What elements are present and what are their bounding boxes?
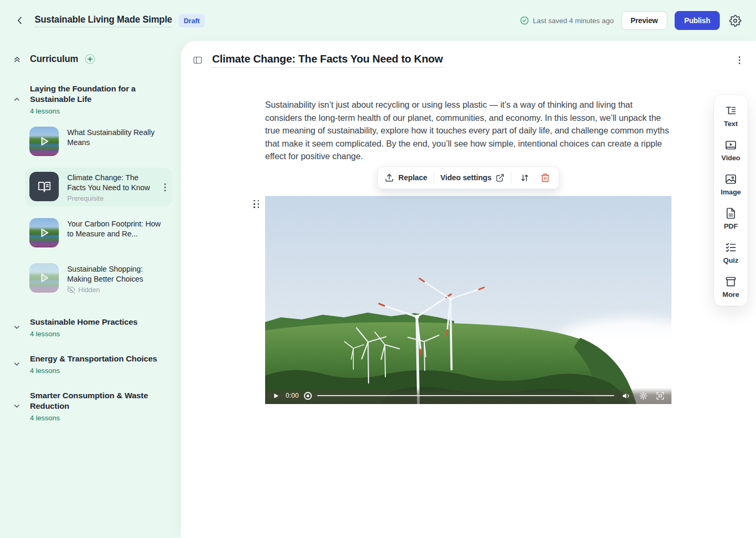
curriculum-title: Curriculum <box>30 54 78 65</box>
play-button[interactable] <box>271 391 280 400</box>
section-header[interactable]: Smarter Consumption & Waste Reduction 4 … <box>13 390 173 422</box>
publish-button[interactable]: Publish <box>675 11 720 30</box>
lesson-meta: Prerequisite <box>67 194 154 202</box>
video-block: 0:00 <box>265 196 671 404</box>
section-title: Smarter Consumption & Waste Reduction <box>30 390 173 411</box>
collapse-all-button[interactable] <box>13 55 22 64</box>
curriculum-section: Smarter Consumption & Waste Reduction 4 … <box>13 390 173 422</box>
curriculum-section: Laying the Foundation for a Sustainable … <box>13 84 173 298</box>
insert-text-button[interactable]: Text <box>724 105 738 128</box>
insert-video-button[interactable]: Video <box>721 139 740 162</box>
replace-video-button[interactable]: Replace <box>384 172 427 184</box>
insert-block-toolbar: Text Video Image PDF Quiz More <box>714 95 748 306</box>
pdf-block-icon <box>724 207 737 220</box>
fullscreen-button[interactable] <box>655 391 665 401</box>
replace-label: Replace <box>398 173 427 182</box>
settings-button[interactable] <box>727 13 743 29</box>
image-block-icon <box>724 173 737 185</box>
lesson-title: Your Carbon Footprint: How to Measure an… <box>67 219 168 239</box>
play-icon <box>29 263 59 293</box>
lesson-item[interactable]: Your Carbon Footprint: How to Measure an… <box>25 214 172 252</box>
drag-handle[interactable] <box>253 199 261 209</box>
book-open-icon <box>37 180 51 194</box>
insert-label: Quiz <box>723 256 739 264</box>
back-button[interactable] <box>13 13 27 28</box>
move-block-button[interactable] <box>518 171 532 185</box>
lesson-video-thumbnail <box>29 127 59 156</box>
save-status-text: Last saved 4 minutes ago <box>533 17 614 25</box>
curriculum-section: Sustainable Home Practices 4 lessons <box>13 317 173 338</box>
preview-button[interactable]: Preview <box>621 11 667 30</box>
section-title: Laying the Foundation for a Sustainable … <box>30 84 173 105</box>
lesson-page-menu-button[interactable] <box>737 53 742 67</box>
video-poster-wind-turbines <box>265 196 671 404</box>
gear-icon <box>729 15 741 27</box>
video-scrubber-handle[interactable] <box>304 392 312 400</box>
delete-block-button[interactable] <box>538 171 552 185</box>
lesson-editor-header: Climate Change: The Facts You Need to Kn… <box>181 41 756 68</box>
trash-icon <box>540 173 550 183</box>
section-title: Energy & Transportation Choices <box>30 354 173 364</box>
video-progress-track[interactable] <box>317 395 614 396</box>
upload-icon <box>384 173 394 183</box>
video-settings-gear-button[interactable] <box>638 391 648 401</box>
lesson-video-thumbnail <box>29 218 59 247</box>
insert-pdf-button[interactable]: PDF <box>724 207 738 230</box>
lesson-content: Sustainability isn’t just about recyclin… <box>265 98 671 404</box>
section-lesson-count: 4 lessons <box>30 330 173 338</box>
course-title[interactable]: Sustainable Living Made Simple <box>35 14 172 27</box>
lesson-item[interactable]: What Sustainability Really Means <box>25 122 172 160</box>
insert-label: More <box>722 291 739 298</box>
external-link-icon <box>496 173 505 182</box>
section-lesson-count: 4 lessons <box>30 107 173 115</box>
insert-label: PDF <box>724 222 738 230</box>
insert-label: Text <box>724 120 738 128</box>
lesson-item-selected[interactable]: Climate Change: The Facts You Need to Kn… <box>25 168 172 206</box>
insert-label: Image <box>721 188 741 196</box>
lesson-meta: Hidden <box>67 286 168 294</box>
section-title: Sustainable Home Practices <box>30 317 173 327</box>
video-player[interactable]: 0:00 <box>265 196 671 404</box>
insert-label: Video <box>721 154 740 162</box>
lesson-title: Sustainable Shopping: Making Better Choi… <box>67 264 168 284</box>
toolbar-divider <box>434 172 434 183</box>
chevrons-up-icon <box>13 55 22 64</box>
lesson-menu-button[interactable] <box>162 180 168 194</box>
lesson-meta-text: Hidden <box>78 286 100 294</box>
lesson-item-hidden[interactable]: Sustainable Shopping: Making Better Choi… <box>25 259 172 298</box>
text-block-icon <box>724 105 737 117</box>
section-header[interactable]: Sustainable Home Practices 4 lessons <box>13 317 173 338</box>
add-curriculum-button[interactable] <box>85 54 96 65</box>
video-block-toolbar: Replace Video settings <box>377 167 559 189</box>
toggle-sidebar-button[interactable] <box>191 53 205 67</box>
chevron-down-icon <box>13 402 30 410</box>
volume-button[interactable] <box>622 391 632 401</box>
insert-image-button[interactable]: Image <box>721 173 741 196</box>
video-settings-label: Video settings <box>440 173 491 182</box>
section-header[interactable]: Laying the Foundation for a Sustainable … <box>13 84 173 115</box>
save-status: Last saved 4 minutes ago <box>520 16 614 25</box>
topbar: Sustainable Living Made Simple Draft Las… <box>0 0 756 41</box>
lesson-title: What Sustainability Really Means <box>67 128 168 147</box>
curriculum-sidebar: Curriculum Laying the Foundation for a S… <box>0 41 181 538</box>
section-header[interactable]: Energy & Transportation Choices 4 lesson… <box>13 354 173 375</box>
lesson-title: Climate Change: The Facts You Need to Kn… <box>67 173 154 192</box>
curriculum-header: Curriculum <box>13 54 173 65</box>
video-controls-right <box>622 391 665 401</box>
section-lesson-count: 4 lessons <box>30 367 173 375</box>
eye-off-icon <box>67 286 75 294</box>
arrows-up-down-icon <box>520 173 530 183</box>
insert-quiz-button[interactable]: Quiz <box>723 241 739 264</box>
chevron-left-icon <box>15 15 25 26</box>
curriculum-section: Energy & Transportation Choices 4 lesson… <box>13 354 173 375</box>
insert-more-button[interactable]: More <box>722 275 739 298</box>
check-circle-icon <box>520 16 529 25</box>
section-lesson-count: 4 lessons <box>30 414 173 422</box>
play-icon <box>29 127 59 156</box>
video-settings-button[interactable]: Video settings <box>440 172 505 183</box>
lesson-paragraph[interactable]: Sustainability isn’t just about recyclin… <box>265 98 671 163</box>
status-badge: Draft <box>178 14 205 27</box>
lesson-page-title[interactable]: Climate Change: The Facts You Need to Kn… <box>212 53 443 68</box>
play-icon <box>29 218 59 247</box>
lesson-editor: Climate Change: The Facts You Need to Kn… <box>181 41 756 538</box>
